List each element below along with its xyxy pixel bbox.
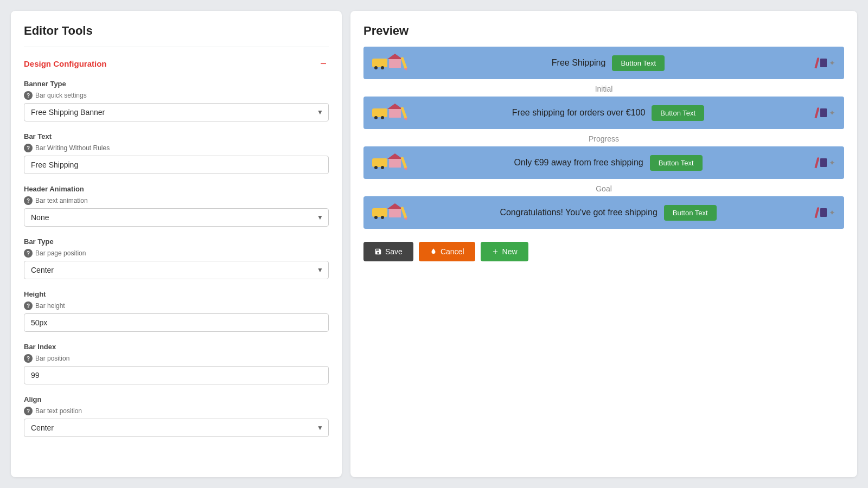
banner-content-progress: Only €99 away from free shipping Button … bbox=[430, 155, 787, 171]
deco-book-icon bbox=[820, 59, 827, 67]
deco-pencil-icon-3 bbox=[814, 157, 819, 168]
banner-right-decoration: ✦ bbox=[787, 57, 835, 68]
bar-index-label: Bar Index bbox=[24, 343, 329, 351]
bar-text-hint-text: Bar Writing Without Rules bbox=[35, 144, 110, 152]
height-input[interactable] bbox=[24, 313, 329, 332]
collapse-button[interactable]: − bbox=[318, 58, 329, 69]
banner-left-illustration-4 bbox=[372, 207, 421, 219]
cancel-label: Cancel bbox=[441, 247, 464, 256]
bar-text-field: Bar Text ? Bar Writing Without Rules bbox=[24, 132, 329, 174]
deco-star-icon-4: ✦ bbox=[829, 208, 835, 217]
bar-index-hint: ? Bar position bbox=[24, 354, 329, 363]
preview-title: Preview bbox=[363, 24, 844, 38]
deco-star-icon-2: ✦ bbox=[829, 108, 835, 117]
info-icon-2: ? bbox=[24, 144, 33, 152]
section-title: Design Configuration bbox=[24, 59, 107, 68]
align-field: Align ? Bar text position Center Left Ri… bbox=[24, 395, 329, 437]
height-field: Height ? Bar height bbox=[24, 290, 329, 332]
bar-index-input[interactable] bbox=[24, 366, 329, 384]
banner-left-illustration bbox=[372, 57, 421, 69]
design-config-section: Design Configuration − bbox=[24, 58, 329, 69]
banner-type-hint: ? Bar quick settings bbox=[24, 91, 329, 100]
height-label: Height bbox=[24, 290, 329, 298]
align-label: Align bbox=[24, 395, 329, 403]
deco-pencil-icon-2 bbox=[814, 107, 819, 118]
banner-label-initial: Initial bbox=[363, 85, 844, 93]
banner-type-select-wrapper: Free Shipping Banner Announcement Banner… bbox=[24, 103, 329, 121]
bar-text-input[interactable] bbox=[24, 156, 329, 174]
house-icon-2 bbox=[389, 108, 401, 118]
save-button[interactable]: Save bbox=[363, 242, 413, 261]
cancel-button[interactable]: Cancel bbox=[419, 242, 475, 261]
banner-left-illustration-2 bbox=[372, 107, 421, 119]
deco-star-icon: ✦ bbox=[829, 59, 835, 67]
banner-bar-initial: Free shipping for orders over €100 Butto… bbox=[363, 97, 844, 129]
banner-bar-goal: Congratulations! You've got free shippin… bbox=[363, 196, 844, 229]
bar-text-hint: ? Bar Writing Without Rules bbox=[24, 144, 329, 152]
header-animation-select[interactable]: None Fade Slide Bounce bbox=[24, 208, 329, 227]
bar-index-field: Bar Index ? Bar position bbox=[24, 343, 329, 384]
action-buttons: Save Cancel New bbox=[363, 242, 844, 261]
bar-text-label: Bar Text bbox=[24, 132, 329, 140]
pencil-icon-3 bbox=[400, 157, 407, 169]
plus-icon bbox=[492, 248, 499, 255]
info-icon-7: ? bbox=[24, 407, 33, 415]
align-select[interactable]: Center Left Right bbox=[24, 419, 329, 437]
header-animation-select-wrapper: None Fade Slide Bounce ▼ bbox=[24, 208, 329, 227]
header-animation-hint-text: Bar text animation bbox=[35, 197, 88, 204]
info-icon-6: ? bbox=[24, 354, 33, 363]
school-bus-icon-4 bbox=[372, 208, 387, 217]
new-button[interactable]: New bbox=[481, 242, 528, 261]
deco-star-icon-3: ✦ bbox=[829, 158, 835, 167]
banner-right-decoration-3: ✦ bbox=[787, 157, 835, 168]
banner-left-illustration-3 bbox=[372, 157, 421, 169]
header-animation-hint: ? Bar text animation bbox=[24, 196, 329, 205]
banner-button-initial[interactable]: Button Text bbox=[652, 105, 704, 121]
banner-button-progress[interactable]: Button Text bbox=[650, 155, 703, 171]
pencil-icon-4 bbox=[400, 207, 407, 219]
bar-type-hint-text: Bar page position bbox=[35, 249, 86, 257]
align-hint-text: Bar text position bbox=[35, 407, 82, 415]
deco-book-icon-4 bbox=[820, 208, 827, 217]
header-animation-label: Header Animation bbox=[24, 185, 329, 193]
panel-title: Editor Tools bbox=[24, 24, 329, 47]
bar-type-select[interactable]: Center Top Bottom bbox=[24, 261, 329, 279]
align-select-wrapper: Center Left Right ▼ bbox=[24, 419, 329, 437]
banner-type-field: Banner Type ? Bar quick settings Free Sh… bbox=[24, 80, 329, 121]
banner-type-select[interactable]: Free Shipping Banner Announcement Banner… bbox=[24, 103, 329, 121]
editor-tools-panel: Editor Tools Design Configuration − Bann… bbox=[11, 11, 342, 477]
info-icon-4: ? bbox=[24, 249, 33, 258]
deco-book-icon-2 bbox=[820, 108, 827, 117]
info-icon-5: ? bbox=[24, 301, 33, 310]
banner-content-initial: Free shipping for orders over €100 Butto… bbox=[430, 105, 787, 121]
banner-right-decoration-2: ✦ bbox=[787, 107, 835, 118]
banner-text-goal: Congratulations! You've got free shippin… bbox=[500, 208, 657, 217]
height-hint-text: Bar height bbox=[35, 302, 65, 310]
school-bus-icon bbox=[372, 59, 387, 67]
banner-text-progress: Only €99 away from free shipping bbox=[514, 158, 643, 168]
banner-right-decoration-4: ✦ bbox=[787, 207, 835, 218]
school-bus-icon-2 bbox=[372, 108, 387, 117]
save-label: Save bbox=[385, 247, 403, 256]
banner-progress-wrapper: Progress Only €99 away from free shippin… bbox=[363, 134, 844, 179]
align-hint: ? Bar text position bbox=[24, 407, 329, 415]
banner-bar-progress: Only €99 away from free shipping Button … bbox=[363, 146, 844, 179]
bar-type-label: Bar Type bbox=[24, 237, 329, 246]
deco-pencil-icon-4 bbox=[814, 207, 819, 218]
banner-button-default[interactable]: Button Text bbox=[612, 55, 665, 71]
school-bus-icon-3 bbox=[372, 158, 387, 167]
banner-button-goal[interactable]: Button Text bbox=[664, 205, 717, 221]
banner-label-progress: Progress bbox=[363, 134, 844, 143]
house-icon-4 bbox=[389, 208, 401, 217]
banner-goal-wrapper: Goal Congratulations! You've got free sh… bbox=[363, 184, 844, 229]
banner-content-goal: Congratulations! You've got free shippin… bbox=[430, 205, 787, 221]
banner-text-default: Free Shipping bbox=[552, 58, 606, 68]
house-icon-3 bbox=[389, 158, 401, 168]
banner-default: Free Shipping Button Text ✦ bbox=[363, 47, 844, 79]
new-label: New bbox=[502, 247, 518, 256]
height-hint: ? Bar height bbox=[24, 301, 329, 310]
banner-type-label: Banner Type bbox=[24, 80, 329, 88]
info-icon-3: ? bbox=[24, 196, 33, 205]
banner-type-hint-text: Bar quick settings bbox=[35, 92, 87, 99]
banner-content-default: Free Shipping Button Text bbox=[430, 55, 787, 71]
